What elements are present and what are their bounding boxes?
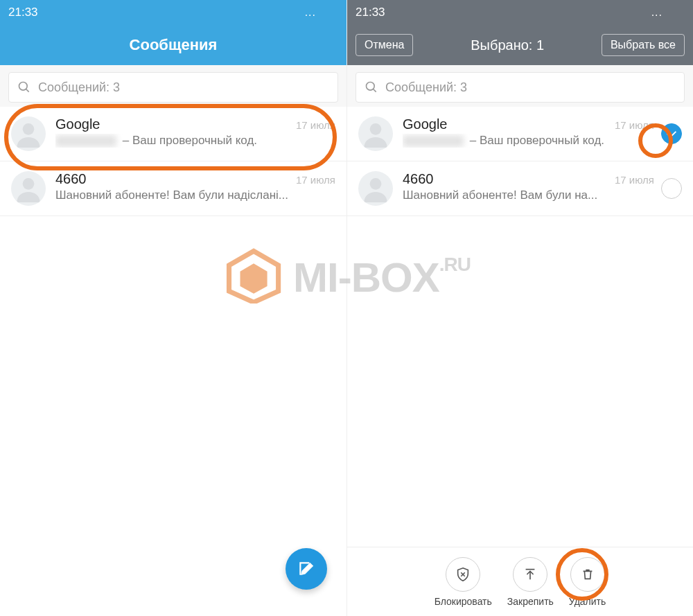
- avatar: [11, 171, 46, 206]
- message-date: 17 июля: [615, 174, 654, 186]
- sender-name: 4660: [403, 171, 434, 187]
- cell-signal-icon: ...: [305, 6, 316, 19]
- block-action[interactable]: Блокировать: [435, 557, 492, 607]
- search-placeholder: Сообщений: 3: [38, 80, 120, 95]
- action-label: Закрепить: [507, 596, 554, 607]
- pin-action[interactable]: Закрепить: [507, 557, 554, 607]
- avatar: [358, 171, 393, 206]
- header-title: Сообщения: [0, 25, 346, 65]
- message-row[interactable]: 4660 17 июля Шановний абоненте! Вам були…: [347, 161, 693, 216]
- block-icon: [446, 557, 480, 592]
- svg-point-3: [19, 82, 28, 91]
- cancel-button[interactable]: Отмена: [356, 34, 413, 56]
- svg-point-6: [23, 178, 35, 190]
- action-label: Удалить: [569, 596, 606, 607]
- message-body: Google 17 июля – Ваш проверочный код.: [55, 116, 335, 148]
- status-bar: 21:33 ...: [347, 0, 693, 25]
- message-body: 4660 17 июля Шановний абоненте! Вам були…: [55, 171, 335, 202]
- status-icons: ...: [305, 6, 338, 19]
- message-date: 17 июля: [296, 174, 335, 186]
- avatar: [11, 116, 46, 151]
- message-list: Google 17 июля – Ваш проверочный код. 46…: [0, 107, 346, 216]
- svg-point-5: [23, 123, 35, 135]
- message-body: 4660 17 июля Шановний абоненте! Вам були…: [403, 171, 654, 202]
- svg-point-13: [370, 178, 382, 190]
- app-title: Сообщения: [130, 36, 218, 54]
- delete-action[interactable]: Удалить: [569, 557, 606, 607]
- message-date: 17 июля: [615, 119, 654, 131]
- search-wrap: Сообщений: 3: [347, 65, 693, 107]
- message-preview: – Ваш проверочный код.: [55, 134, 335, 148]
- sender-name: 4660: [55, 171, 87, 187]
- action-bar: Блокировать Закрепить Удалить: [347, 547, 693, 616]
- message-list: Google 17 июля – Ваш проверочный код. 46…: [347, 107, 693, 216]
- selection-checkbox[interactable]: [661, 123, 682, 144]
- status-time: 21:33: [8, 6, 38, 19]
- compose-fab[interactable]: [286, 548, 327, 590]
- screen-normal: 21:33 ... Сообщения Сообщений: 3 Google: [0, 0, 346, 616]
- svg-point-10: [367, 82, 375, 91]
- message-row[interactable]: Google 17 июля – Ваш проверочный код.: [0, 107, 346, 161]
- status-icons: ...: [651, 6, 685, 19]
- sender-name: Google: [403, 116, 448, 132]
- message-preview: Шановний абоненте! Вам були на...: [403, 188, 654, 202]
- screen-selection: 21:33 ... Отмена Выбрано: 1 Выбрать все …: [346, 0, 693, 616]
- message-date: 17 июля: [296, 119, 335, 131]
- message-preview: – Ваш проверочный код.: [403, 134, 654, 148]
- svg-line-11: [374, 89, 376, 92]
- trash-icon: [570, 557, 605, 592]
- search-input[interactable]: Сообщений: 3: [8, 72, 338, 103]
- select-all-button[interactable]: Выбрать все: [602, 34, 685, 56]
- selection-header: Отмена Выбрано: 1 Выбрать все: [347, 25, 693, 65]
- message-preview: Шановний абоненте! Вам були надіслані...: [55, 188, 335, 202]
- search-input[interactable]: Сообщений: 3: [356, 72, 685, 103]
- pin-icon: [513, 557, 547, 592]
- search-wrap: Сообщений: 3: [0, 65, 346, 107]
- redacted-code: [55, 135, 116, 147]
- message-row[interactable]: 4660 17 июля Шановний абоненте! Вам були…: [0, 161, 346, 216]
- search-icon: [365, 80, 378, 94]
- action-label: Блокировать: [435, 596, 492, 607]
- sender-name: Google: [55, 116, 100, 132]
- avatar: [358, 116, 393, 151]
- search-icon: [17, 80, 31, 94]
- status-bar: 21:33 ...: [0, 0, 346, 25]
- svg-point-12: [370, 123, 382, 135]
- selection-count: Выбрано: 1: [471, 37, 544, 53]
- svg-line-4: [26, 89, 29, 92]
- cell-signal-icon: ...: [651, 6, 663, 19]
- status-time: 21:33: [356, 6, 385, 19]
- search-placeholder: Сообщений: 3: [385, 80, 467, 95]
- message-body: Google 17 июля – Ваш проверочный код.: [403, 116, 654, 148]
- redacted-code: [403, 135, 464, 147]
- selection-checkbox[interactable]: [661, 178, 682, 199]
- message-row[interactable]: Google 17 июля – Ваш проверочный код.: [347, 107, 693, 161]
